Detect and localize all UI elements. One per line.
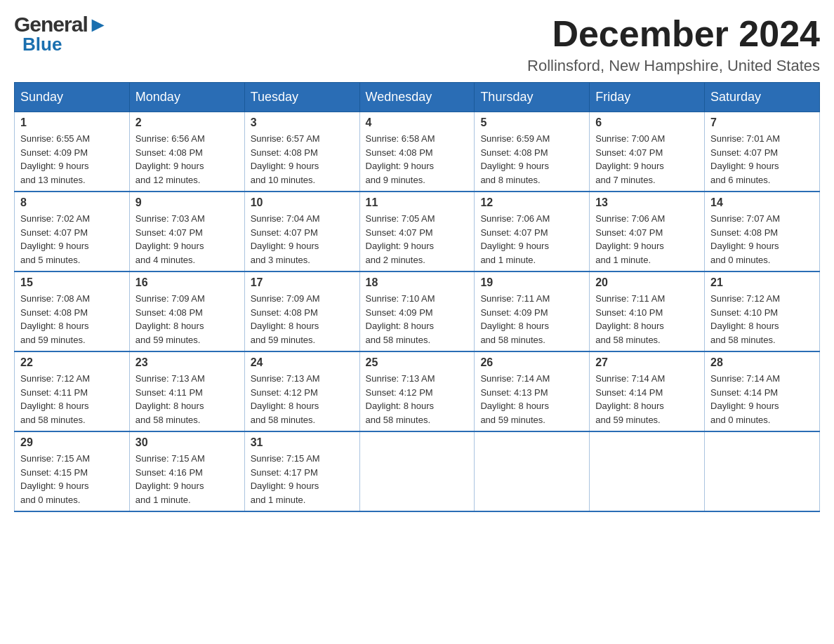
- day-number: 18: [366, 276, 469, 289]
- day-info: Sunrise: 7:13 AMSunset: 4:11 PMDaylight:…: [135, 372, 239, 427]
- day-info: Sunrise: 6:57 AMSunset: 4:08 PMDaylight:…: [251, 132, 354, 187]
- day-number: 2: [135, 116, 239, 129]
- calendar-cell: 21Sunrise: 7:12 AMSunset: 4:10 PMDayligh…: [705, 271, 820, 351]
- day-number: 23: [135, 356, 239, 369]
- day-number: 3: [251, 116, 354, 129]
- day-number: 17: [251, 276, 354, 289]
- day-number: 31: [251, 436, 354, 449]
- calendar-cell: 4Sunrise: 6:58 AMSunset: 4:08 PMDaylight…: [359, 112, 475, 192]
- day-info: Sunrise: 7:10 AMSunset: 4:09 PMDaylight:…: [366, 292, 469, 347]
- day-number: 24: [251, 356, 354, 369]
- calendar-cell: 25Sunrise: 7:13 AMSunset: 4:12 PMDayligh…: [359, 351, 475, 431]
- header-row: Sunday Monday Tuesday Wednesday Thursday…: [15, 83, 820, 112]
- day-info: Sunrise: 7:03 AMSunset: 4:07 PMDaylight:…: [135, 212, 239, 267]
- day-info: Sunrise: 6:56 AMSunset: 4:08 PMDaylight:…: [135, 132, 239, 187]
- day-info: Sunrise: 7:09 AMSunset: 4:08 PMDaylight:…: [135, 292, 239, 347]
- calendar-cell: 2Sunrise: 6:56 AMSunset: 4:08 PMDaylight…: [129, 112, 244, 192]
- day-number: 16: [135, 276, 239, 289]
- day-number: 15: [20, 276, 124, 289]
- header-wednesday: Wednesday: [359, 83, 475, 112]
- day-number: 19: [480, 276, 583, 289]
- day-info: Sunrise: 7:14 AMSunset: 4:14 PMDaylight:…: [595, 372, 699, 427]
- day-info: Sunrise: 7:02 AMSunset: 4:07 PMDaylight:…: [20, 212, 124, 267]
- day-number: 4: [366, 116, 469, 129]
- calendar-cell: 31Sunrise: 7:15 AMSunset: 4:17 PMDayligh…: [244, 431, 359, 511]
- day-info: Sunrise: 6:58 AMSunset: 4:08 PMDaylight:…: [366, 132, 469, 187]
- header-sunday: Sunday: [15, 83, 130, 112]
- calendar-cell: 7Sunrise: 7:01 AMSunset: 4:07 PMDaylight…: [705, 112, 820, 192]
- day-info: Sunrise: 7:00 AMSunset: 4:07 PMDaylight:…: [595, 132, 699, 187]
- calendar-header: Sunday Monday Tuesday Wednesday Thursday…: [15, 83, 820, 112]
- logo: General► Blue: [14, 14, 107, 53]
- calendar-cell: 16Sunrise: 7:09 AMSunset: 4:08 PMDayligh…: [129, 271, 244, 351]
- month-title: December 2024: [527, 14, 820, 54]
- week-row-3: 15Sunrise: 7:08 AMSunset: 4:08 PMDayligh…: [15, 271, 820, 351]
- header-saturday: Saturday: [705, 83, 820, 112]
- title-section: December 2024 Rollinsford, New Hampshire…: [527, 14, 820, 75]
- calendar-body: 1Sunrise: 6:55 AMSunset: 4:09 PMDaylight…: [15, 112, 820, 512]
- calendar-cell: 22Sunrise: 7:12 AMSunset: 4:11 PMDayligh…: [15, 351, 130, 431]
- header-monday: Monday: [129, 83, 244, 112]
- logo-general-text: General►: [14, 14, 107, 35]
- day-info: Sunrise: 7:08 AMSunset: 4:08 PMDaylight:…: [20, 292, 124, 347]
- calendar-cell: 6Sunrise: 7:00 AMSunset: 4:07 PMDaylight…: [590, 112, 705, 192]
- day-number: 30: [135, 436, 239, 449]
- day-number: 29: [20, 436, 124, 449]
- day-number: 14: [710, 196, 814, 209]
- day-number: 11: [366, 196, 469, 209]
- day-number: 12: [480, 196, 583, 209]
- day-number: 25: [366, 356, 469, 369]
- day-number: 21: [710, 276, 814, 289]
- day-info: Sunrise: 7:12 AMSunset: 4:11 PMDaylight:…: [20, 372, 124, 427]
- day-info: Sunrise: 7:04 AMSunset: 4:07 PMDaylight:…: [251, 212, 354, 267]
- header-thursday: Thursday: [475, 83, 590, 112]
- calendar-cell: 20Sunrise: 7:11 AMSunset: 4:10 PMDayligh…: [590, 271, 705, 351]
- day-number: 5: [480, 116, 583, 129]
- day-number: 6: [595, 116, 699, 129]
- day-info: Sunrise: 7:12 AMSunset: 4:10 PMDaylight:…: [710, 292, 814, 347]
- day-info: Sunrise: 7:06 AMSunset: 4:07 PMDaylight:…: [480, 212, 583, 267]
- calendar-cell: 17Sunrise: 7:09 AMSunset: 4:08 PMDayligh…: [244, 271, 359, 351]
- day-number: 1: [20, 116, 124, 129]
- calendar-cell: 12Sunrise: 7:06 AMSunset: 4:07 PMDayligh…: [475, 192, 590, 271]
- calendar-cell: 1Sunrise: 6:55 AMSunset: 4:09 PMDaylight…: [15, 112, 130, 192]
- day-number: 27: [595, 356, 699, 369]
- day-info: Sunrise: 7:11 AMSunset: 4:10 PMDaylight:…: [595, 292, 699, 347]
- calendar-cell: 15Sunrise: 7:08 AMSunset: 4:08 PMDayligh…: [15, 271, 130, 351]
- day-number: 20: [595, 276, 699, 289]
- day-number: 28: [710, 356, 814, 369]
- day-info: Sunrise: 6:59 AMSunset: 4:08 PMDaylight:…: [480, 132, 583, 187]
- day-info: Sunrise: 7:15 AMSunset: 4:15 PMDaylight:…: [20, 452, 124, 507]
- calendar-cell: 27Sunrise: 7:14 AMSunset: 4:14 PMDayligh…: [590, 351, 705, 431]
- day-number: 9: [135, 196, 239, 209]
- calendar-cell: [359, 431, 475, 511]
- page-header: General► Blue December 2024 Rollinsford,…: [14, 14, 820, 75]
- day-number: 8: [20, 196, 124, 209]
- calendar-cell: 13Sunrise: 7:06 AMSunset: 4:07 PMDayligh…: [590, 192, 705, 271]
- day-info: Sunrise: 7:01 AMSunset: 4:07 PMDaylight:…: [710, 132, 814, 187]
- day-info: Sunrise: 7:06 AMSunset: 4:07 PMDaylight:…: [595, 212, 699, 267]
- day-number: 13: [595, 196, 699, 209]
- day-info: Sunrise: 7:13 AMSunset: 4:12 PMDaylight:…: [251, 372, 354, 427]
- logo-arrow-icon: ►: [88, 13, 108, 36]
- header-tuesday: Tuesday: [244, 83, 359, 112]
- week-row-4: 22Sunrise: 7:12 AMSunset: 4:11 PMDayligh…: [15, 351, 820, 431]
- week-row-2: 8Sunrise: 7:02 AMSunset: 4:07 PMDaylight…: [15, 192, 820, 271]
- week-row-1: 1Sunrise: 6:55 AMSunset: 4:09 PMDaylight…: [15, 112, 820, 192]
- calendar-cell: 24Sunrise: 7:13 AMSunset: 4:12 PMDayligh…: [244, 351, 359, 431]
- calendar-cell: 19Sunrise: 7:11 AMSunset: 4:09 PMDayligh…: [475, 271, 590, 351]
- calendar-table: Sunday Monday Tuesday Wednesday Thursday…: [14, 82, 820, 512]
- day-info: Sunrise: 7:09 AMSunset: 4:08 PMDaylight:…: [251, 292, 354, 347]
- calendar-cell: [590, 431, 705, 511]
- week-row-5: 29Sunrise: 7:15 AMSunset: 4:15 PMDayligh…: [15, 431, 820, 511]
- day-number: 10: [251, 196, 354, 209]
- calendar-cell: 3Sunrise: 6:57 AMSunset: 4:08 PMDaylight…: [244, 112, 359, 192]
- calendar-cell: 29Sunrise: 7:15 AMSunset: 4:15 PMDayligh…: [15, 431, 130, 511]
- day-info: Sunrise: 7:07 AMSunset: 4:08 PMDaylight:…: [710, 212, 814, 267]
- calendar-cell: 18Sunrise: 7:10 AMSunset: 4:09 PMDayligh…: [359, 271, 475, 351]
- calendar-cell: 11Sunrise: 7:05 AMSunset: 4:07 PMDayligh…: [359, 192, 475, 271]
- calendar-cell: 28Sunrise: 7:14 AMSunset: 4:14 PMDayligh…: [705, 351, 820, 431]
- day-info: Sunrise: 7:11 AMSunset: 4:09 PMDaylight:…: [480, 292, 583, 347]
- calendar-cell: 9Sunrise: 7:03 AMSunset: 4:07 PMDaylight…: [129, 192, 244, 271]
- day-number: 26: [480, 356, 583, 369]
